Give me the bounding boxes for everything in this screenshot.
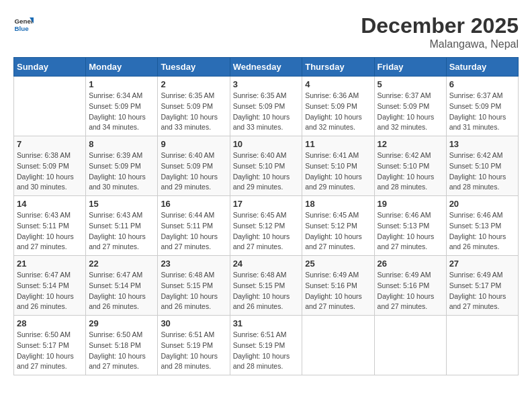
day-cell: 5Sunrise: 6:37 AMSunset: 5:09 PMDaylight… [374, 77, 446, 136]
week-row-1: 1Sunrise: 6:34 AMSunset: 5:09 PMDaylight… [14, 77, 519, 136]
day-info: Sunrise: 6:50 AMSunset: 5:18 PMDaylight:… [89, 330, 154, 372]
day-info: Sunrise: 6:37 AMSunset: 5:09 PMDaylight:… [378, 91, 443, 133]
day-cell: 27Sunrise: 6:49 AMSunset: 5:17 PMDayligh… [446, 256, 518, 316]
day-info: Sunrise: 6:45 AMSunset: 5:12 PMDaylight:… [305, 210, 371, 253]
day-info: Sunrise: 6:39 AMSunset: 5:09 PMDaylight:… [89, 150, 154, 193]
day-number: 28 [17, 318, 83, 328]
day-number: 2 [161, 79, 226, 89]
day-number: 9 [161, 139, 226, 149]
day-cell: 19Sunrise: 6:46 AMSunset: 5:13 PMDayligh… [374, 196, 446, 256]
day-number: 24 [233, 259, 300, 269]
day-info: Sunrise: 6:47 AMSunset: 5:14 PMDaylight:… [89, 270, 154, 312]
day-cell [374, 316, 446, 375]
day-cell: 25Sunrise: 6:49 AMSunset: 5:16 PMDayligh… [302, 256, 374, 316]
day-number: 22 [89, 259, 154, 269]
day-number: 8 [89, 139, 154, 149]
header-day-thursday: Thursday [302, 58, 374, 77]
header-day-saturday: Saturday [446, 58, 518, 77]
day-info: Sunrise: 6:42 AMSunset: 5:10 PMDaylight:… [378, 150, 443, 193]
day-cell: 1Sunrise: 6:34 AMSunset: 5:09 PMDaylight… [86, 77, 158, 136]
day-cell: 30Sunrise: 6:51 AMSunset: 5:19 PMDayligh… [158, 316, 230, 375]
day-cell: 12Sunrise: 6:42 AMSunset: 5:10 PMDayligh… [374, 136, 446, 196]
day-cell: 7Sunrise: 6:38 AMSunset: 5:09 PMDaylight… [14, 136, 86, 196]
day-info: Sunrise: 6:48 AMSunset: 5:15 PMDaylight:… [161, 270, 226, 312]
day-number: 17 [233, 199, 300, 209]
day-info: Sunrise: 6:51 AMSunset: 5:19 PMDaylight:… [233, 330, 300, 372]
day-cell [302, 316, 374, 375]
day-cell: 14Sunrise: 6:43 AMSunset: 5:11 PMDayligh… [14, 196, 86, 256]
day-cell: 21Sunrise: 6:47 AMSunset: 5:14 PMDayligh… [14, 256, 86, 316]
day-info: Sunrise: 6:43 AMSunset: 5:11 PMDaylight:… [17, 210, 83, 253]
header-day-sunday: Sunday [14, 58, 86, 77]
day-info: Sunrise: 6:50 AMSunset: 5:17 PMDaylight:… [17, 330, 83, 372]
day-cell [446, 316, 518, 375]
day-number: 30 [161, 318, 226, 328]
day-cell: 29Sunrise: 6:50 AMSunset: 5:18 PMDayligh… [86, 316, 158, 375]
day-info: Sunrise: 6:35 AMSunset: 5:09 PMDaylight:… [161, 91, 226, 133]
day-info: Sunrise: 6:34 AMSunset: 5:09 PMDaylight:… [89, 91, 154, 133]
day-number: 11 [305, 139, 371, 149]
header-day-monday: Monday [86, 58, 158, 77]
day-number: 4 [305, 79, 371, 89]
header-day-wednesday: Wednesday [230, 58, 302, 77]
day-cell: 24Sunrise: 6:48 AMSunset: 5:15 PMDayligh… [230, 256, 302, 316]
day-info: Sunrise: 6:36 AMSunset: 5:09 PMDaylight:… [305, 91, 371, 133]
header: General Blue December 2025 Malangawa, Ne… [13, 13, 519, 50]
day-cell: 26Sunrise: 6:49 AMSunset: 5:16 PMDayligh… [374, 256, 446, 316]
day-info: Sunrise: 6:49 AMSunset: 5:17 PMDaylight:… [449, 270, 515, 312]
day-info: Sunrise: 6:35 AMSunset: 5:09 PMDaylight:… [233, 91, 300, 133]
day-cell: 3Sunrise: 6:35 AMSunset: 5:09 PMDaylight… [230, 77, 302, 136]
day-cell: 8Sunrise: 6:39 AMSunset: 5:09 PMDaylight… [86, 136, 158, 196]
day-cell: 11Sunrise: 6:41 AMSunset: 5:10 PMDayligh… [302, 136, 374, 196]
day-number: 1 [89, 79, 154, 89]
day-cell: 15Sunrise: 6:43 AMSunset: 5:11 PMDayligh… [86, 196, 158, 256]
day-number: 29 [89, 318, 154, 328]
calendar-table: SundayMondayTuesdayWednesdayThursdayFrid… [13, 57, 519, 375]
day-number: 15 [89, 199, 154, 209]
header-day-tuesday: Tuesday [158, 58, 230, 77]
day-cell: 28Sunrise: 6:50 AMSunset: 5:17 PMDayligh… [14, 316, 86, 375]
day-number: 26 [378, 259, 443, 269]
day-number: 10 [233, 139, 300, 149]
day-info: Sunrise: 6:40 AMSunset: 5:09 PMDaylight:… [161, 150, 226, 193]
day-info: Sunrise: 6:49 AMSunset: 5:16 PMDaylight:… [305, 270, 371, 312]
day-cell: 10Sunrise: 6:40 AMSunset: 5:10 PMDayligh… [230, 136, 302, 196]
day-info: Sunrise: 6:44 AMSunset: 5:11 PMDaylight:… [161, 210, 226, 253]
day-info: Sunrise: 6:37 AMSunset: 5:09 PMDaylight:… [449, 91, 515, 133]
week-row-2: 7Sunrise: 6:38 AMSunset: 5:09 PMDaylight… [14, 136, 519, 196]
day-cell: 22Sunrise: 6:47 AMSunset: 5:14 PMDayligh… [86, 256, 158, 316]
day-number: 3 [233, 79, 300, 89]
day-number: 21 [17, 259, 83, 269]
day-info: Sunrise: 6:46 AMSunset: 5:13 PMDaylight:… [378, 210, 443, 253]
day-number: 27 [449, 259, 515, 269]
day-number: 12 [378, 139, 443, 149]
day-cell: 18Sunrise: 6:45 AMSunset: 5:12 PMDayligh… [302, 196, 374, 256]
day-cell: 4Sunrise: 6:36 AMSunset: 5:09 PMDaylight… [302, 77, 374, 136]
day-number: 23 [161, 259, 226, 269]
day-info: Sunrise: 6:40 AMSunset: 5:10 PMDaylight:… [233, 150, 300, 193]
day-cell: 23Sunrise: 6:48 AMSunset: 5:15 PMDayligh… [158, 256, 230, 316]
day-number: 7 [17, 139, 83, 149]
day-info: Sunrise: 6:43 AMSunset: 5:11 PMDaylight:… [89, 210, 154, 253]
day-cell: 31Sunrise: 6:51 AMSunset: 5:19 PMDayligh… [230, 316, 302, 375]
logo: General Blue [13, 13, 34, 34]
day-info: Sunrise: 6:45 AMSunset: 5:12 PMDaylight:… [233, 210, 300, 253]
week-row-4: 21Sunrise: 6:47 AMSunset: 5:14 PMDayligh… [14, 256, 519, 316]
day-info: Sunrise: 6:49 AMSunset: 5:16 PMDaylight:… [378, 270, 443, 312]
week-row-5: 28Sunrise: 6:50 AMSunset: 5:17 PMDayligh… [14, 316, 519, 375]
day-number: 31 [233, 318, 300, 328]
title-area: December 2025 Malangawa, Nepal [361, 13, 519, 50]
logo-icon: General Blue [13, 13, 34, 34]
day-cell: 17Sunrise: 6:45 AMSunset: 5:12 PMDayligh… [230, 196, 302, 256]
week-row-3: 14Sunrise: 6:43 AMSunset: 5:11 PMDayligh… [14, 196, 519, 256]
location-title: Malangawa, Nepal [361, 38, 519, 50]
day-info: Sunrise: 6:41 AMSunset: 5:10 PMDaylight:… [305, 150, 371, 193]
day-cell: 13Sunrise: 6:42 AMSunset: 5:10 PMDayligh… [446, 136, 518, 196]
day-info: Sunrise: 6:48 AMSunset: 5:15 PMDaylight:… [233, 270, 300, 312]
day-info: Sunrise: 6:38 AMSunset: 5:09 PMDaylight:… [17, 150, 83, 193]
day-cell: 16Sunrise: 6:44 AMSunset: 5:11 PMDayligh… [158, 196, 230, 256]
day-cell: 9Sunrise: 6:40 AMSunset: 5:09 PMDaylight… [158, 136, 230, 196]
day-info: Sunrise: 6:46 AMSunset: 5:13 PMDaylight:… [449, 210, 515, 253]
day-info: Sunrise: 6:47 AMSunset: 5:14 PMDaylight:… [17, 270, 83, 312]
day-cell: 6Sunrise: 6:37 AMSunset: 5:09 PMDaylight… [446, 77, 518, 136]
